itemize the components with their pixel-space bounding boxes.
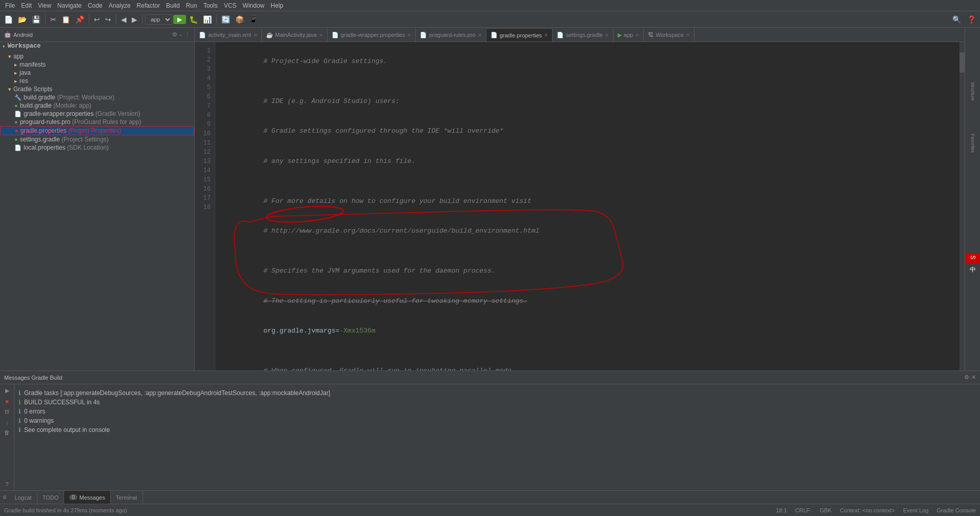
tree-res[interactable]: ▸ res bbox=[0, 77, 194, 85]
code-line-9[interactable] bbox=[223, 246, 951, 256]
tab-todo[interactable]: TODO bbox=[37, 491, 65, 504]
avd-manager-button[interactable]: 📱 bbox=[247, 14, 260, 25]
toolbar-paste[interactable]: 📌 bbox=[73, 14, 86, 25]
project-settings-btn[interactable]: ⚙ bbox=[172, 31, 177, 38]
scrollbar-thumb[interactable] bbox=[959, 52, 965, 73]
editor-scrollbar[interactable] bbox=[959, 42, 965, 370]
toolbar-forward[interactable]: ▶ bbox=[130, 14, 139, 25]
bottom-run-btn[interactable]: ▶ bbox=[4, 386, 10, 395]
menu-refactor[interactable]: Refactor bbox=[134, 1, 163, 10]
tree-gradle-scripts[interactable]: ▾ Gradle Scripts bbox=[0, 85, 194, 93]
tab-logcat[interactable]: Logcat bbox=[10, 491, 37, 504]
code-line-1[interactable]: # Project-wide Gradle settings. bbox=[223, 46, 951, 76]
bottom-close-btn[interactable]: ✕ bbox=[971, 374, 976, 381]
code-line-10[interactable]: # Specifies the JVM arguments used for t… bbox=[223, 256, 951, 286]
menu-view[interactable]: View bbox=[35, 1, 54, 10]
tree-build-gradle-module[interactable]: ● build.gradle (Module: app) bbox=[0, 101, 194, 110]
project-more-btn[interactable]: ⋮ bbox=[185, 31, 190, 38]
code-line-13[interactable] bbox=[223, 346, 951, 356]
tab-workspace-close[interactable]: ✕ bbox=[686, 32, 690, 38]
code-line-6[interactable] bbox=[223, 176, 951, 187]
code-line-4[interactable]: # Gradle settings configured through the… bbox=[223, 116, 951, 147]
run-button[interactable]: ▶ bbox=[173, 15, 186, 24]
bottom-settings-btn[interactable]: ⚙ bbox=[964, 374, 969, 381]
code-line-12[interactable]: org.gradle.jvmargs=-Xmx1536m bbox=[223, 316, 951, 346]
code-editor[interactable]: # Project-wide Gradle settings. # IDE (e… bbox=[215, 42, 959, 370]
code-line-5[interactable]: # any settings specified in this file. bbox=[223, 146, 951, 176]
menu-navigate[interactable]: Navigate bbox=[54, 1, 85, 10]
right-icon-2[interactable]: Favorites bbox=[969, 133, 976, 154]
sdk-manager-button[interactable]: 📦 bbox=[233, 14, 246, 25]
menu-analyze[interactable]: Analyze bbox=[106, 1, 134, 10]
code-line-2[interactable] bbox=[223, 76, 951, 87]
tree-proguard[interactable]: ● proguard-rules.pro (ProGuard Rules for… bbox=[0, 118, 194, 126]
toolbar-back[interactable]: ◀ bbox=[119, 14, 129, 25]
tree-java[interactable]: ▸ java bbox=[0, 69, 194, 77]
tab-app[interactable]: ▶ app ✕ bbox=[614, 28, 644, 42]
menu-build[interactable]: Build bbox=[163, 1, 183, 10]
menu-run[interactable]: Run bbox=[183, 1, 200, 10]
bottom-filter-btn[interactable]: ⊟ bbox=[4, 407, 10, 416]
tab-activity-main-xml-close[interactable]: ✕ bbox=[253, 32, 257, 38]
search-everywhere-button[interactable]: 🔍 bbox=[950, 14, 963, 25]
tab-terminal[interactable]: Terminal bbox=[111, 491, 143, 504]
tree-build-gradle-project[interactable]: 🔧 build.gradle (Project: Workspace) bbox=[0, 93, 194, 101]
status-gradle-console[interactable]: Gradle Console bbox=[937, 507, 976, 513]
tree-local-properties[interactable]: 📄 local.properties (SDK Location) bbox=[0, 143, 194, 152]
menu-vcs[interactable]: VCS bbox=[221, 1, 240, 10]
tab-settings-gradle-close[interactable]: ✕ bbox=[605, 32, 609, 38]
profile-button[interactable]: 📊 bbox=[201, 14, 214, 25]
status-event-log[interactable]: Event Log bbox=[903, 507, 929, 513]
sogou-ime-icon[interactable]: S 中 bbox=[965, 253, 980, 263]
tab-proguard-close[interactable]: ✕ bbox=[478, 32, 482, 38]
bottom-clear-btn[interactable]: 🗑 bbox=[3, 428, 11, 437]
code-line-8[interactable]: # http://www.gradle.org/docs/current/use… bbox=[223, 216, 951, 246]
tab-activity-main-xml[interactable]: 📄 activity_main.xml ✕ bbox=[195, 28, 262, 42]
bottom-scroll-btn[interactable]: ↓ bbox=[5, 418, 10, 426]
tab-proguard-rules[interactable]: 📄 proguard-rules.pro ✕ bbox=[416, 28, 486, 42]
tab-gradle-wrapper-close[interactable]: ✕ bbox=[407, 32, 411, 38]
menu-window[interactable]: Window bbox=[239, 1, 268, 10]
code-line-11[interactable]: # The setting is particularly useful for… bbox=[223, 286, 951, 316]
project-collapse-btn[interactable]: − bbox=[179, 31, 182, 38]
workspace-root[interactable]: ▾ Workspace bbox=[0, 42, 194, 50]
tree-settings-gradle[interactable]: ● settings.gradle (Project Settings) bbox=[0, 135, 194, 143]
tab-gradle-properties[interactable]: 📄 gradle.properties ✕ bbox=[486, 28, 553, 42]
tab-mainactivity-java[interactable]: ☕ MainActivity.java ✕ bbox=[262, 28, 328, 42]
tab-app-close[interactable]: ✕ bbox=[635, 32, 639, 38]
gradle-properties-icon: ● bbox=[15, 128, 18, 134]
tab-mainactivity-java-close[interactable]: ✕ bbox=[319, 32, 323, 38]
tree-gradle-properties[interactable]: ● gradle.properties (Project Properties) bbox=[0, 126, 194, 135]
app-configuration-dropdown[interactable]: app bbox=[145, 14, 172, 25]
menu-help[interactable]: Help bbox=[268, 1, 287, 10]
menu-code[interactable]: Code bbox=[85, 1, 106, 10]
code-line-7[interactable]: # For more details on how to configure y… bbox=[223, 186, 951, 216]
toolbar-copy[interactable]: 📋 bbox=[59, 14, 72, 25]
bottom-help-btn[interactable]: ? bbox=[4, 480, 9, 488]
toolbar-new[interactable]: 📄 bbox=[2, 14, 15, 25]
toolbar-undo[interactable]: ↩ bbox=[92, 14, 102, 25]
tree-gradle-wrapper[interactable]: 📄 gradle-wrapper.properties (Gradle Vers… bbox=[0, 110, 194, 118]
menu-file[interactable]: File bbox=[2, 1, 18, 10]
bottom-stop-btn[interactable]: ■ bbox=[4, 397, 10, 405]
app-folder-label: app bbox=[13, 53, 24, 60]
toolbar-cut[interactable]: ✂ bbox=[48, 14, 58, 25]
tab-settings-gradle[interactable]: 📄 settings.gradle ✕ bbox=[553, 28, 614, 42]
help-button[interactable]: ❓ bbox=[965, 14, 978, 25]
tab-gradle-wrapper-properties[interactable]: 📄 gradle-wrapper.properties ✕ bbox=[328, 28, 416, 42]
code-line-14[interactable]: # When configured, Gradle will run in in… bbox=[223, 356, 951, 371]
toolbar-open[interactable]: 📂 bbox=[16, 14, 29, 25]
toolbar-redo[interactable]: ↪ bbox=[103, 14, 113, 25]
tree-app-folder[interactable]: ▾ app bbox=[0, 52, 194, 60]
tab-workspace[interactable]: 🏗 Workspace ✕ bbox=[644, 28, 695, 42]
sync-button[interactable]: 🔄 bbox=[219, 14, 232, 25]
tab-gradle-properties-close[interactable]: ✕ bbox=[544, 32, 548, 38]
menu-tools[interactable]: Tools bbox=[200, 1, 221, 10]
code-line-3[interactable]: # IDE (e.g. Android Studio) users: bbox=[223, 86, 951, 116]
right-icon-1[interactable]: Structure bbox=[969, 81, 976, 102]
tab-messages[interactable]: 0 Messages bbox=[64, 491, 111, 504]
toolbar-save[interactable]: 💾 bbox=[30, 14, 43, 25]
debug-button[interactable]: 🐛 bbox=[187, 14, 200, 25]
tree-manifests[interactable]: ▸ manifests bbox=[0, 60, 194, 69]
menu-edit[interactable]: Edit bbox=[18, 1, 35, 10]
